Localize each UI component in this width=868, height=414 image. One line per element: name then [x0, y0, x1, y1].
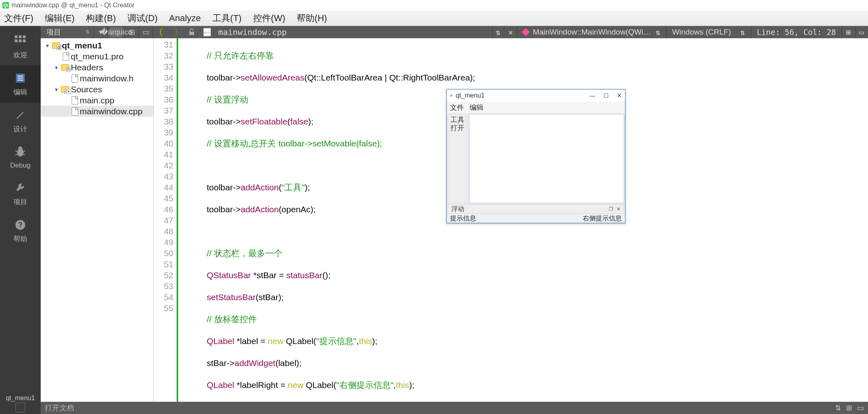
file-type-icon: c++	[199, 26, 215, 38]
t: "工具"	[282, 183, 305, 192]
code-line: // 状态栏，最多一个	[207, 248, 282, 258]
svg-text:c++: c++	[204, 31, 210, 35]
app-toolbar-tool[interactable]: 工具	[450, 116, 464, 124]
app-titlebar[interactable]: ▫ qt_menu1 — ☐ ✕	[447, 89, 625, 102]
t: setStatusBar	[207, 292, 256, 302]
line-ending-combo[interactable]: Windows (CRLF) ⇅	[666, 26, 751, 38]
mode-edit[interactable]: 编辑	[0, 65, 41, 102]
t: (stBar);	[256, 292, 284, 302]
t: stBar->	[207, 358, 234, 368]
svg-rect-4	[19, 39, 22, 42]
monitor-icon	[15, 403, 25, 412]
t: addWidget	[234, 358, 275, 368]
add-pane-icon[interactable]: ⊞	[846, 403, 852, 412]
pane-menu-icon[interactable]: ▭	[857, 403, 864, 412]
running-app-window[interactable]: ▫ qt_menu1 — ☐ ✕ 文件 编辑 工具 打开 浮动 ❐ ✕ 提示信息…	[446, 89, 625, 223]
app-central-widget[interactable]	[469, 114, 624, 203]
t: new	[288, 380, 304, 390]
os-titlebar: Qt mainwindow.cpp @ qt_menu1 - Qt Creato…	[0, 0, 868, 11]
nav-back-button[interactable]: ⟨	[153, 26, 168, 38]
project-tree[interactable]: ▾ qt qt_menu1 qt_menu1.pro ▾ h Headers m…	[41, 38, 154, 402]
app-toolbar[interactable]: 工具 打开	[448, 114, 467, 203]
code-line: // 放标签控件	[207, 314, 257, 324]
kit-selector-label: qt_menu1	[6, 394, 35, 402]
tree-main-cpp[interactable]: main.cpp	[41, 95, 153, 106]
t: toolbar->	[207, 183, 241, 192]
breakpoint-icon	[522, 28, 530, 36]
locator-input[interactable]: 打开文档	[45, 403, 831, 413]
dock-close-icon[interactable]: ✕	[617, 206, 621, 212]
open-file-name[interactable]: mainwindow.cpp	[215, 27, 290, 37]
tree-label: mainwindow.cpp	[80, 107, 142, 116]
mode-debug[interactable]: Debug	[0, 139, 41, 175]
mode-design[interactable]: 设计	[0, 102, 41, 139]
menu-edit[interactable]: 编辑(E)	[45, 12, 74, 24]
split-editor-button[interactable]: ⊞	[842, 26, 855, 38]
link-icon[interactable]: �árquico	[110, 27, 122, 37]
tree-mainwindow-h[interactable]: mainwindow.h	[41, 73, 153, 84]
tree-headers-folder[interactable]: ▾ h Headers	[41, 62, 153, 73]
minimize-icon[interactable]: —	[590, 92, 595, 99]
code-line: // 设置浮动	[207, 95, 248, 104]
maximize-icon[interactable]: ☐	[603, 92, 609, 99]
t: this	[396, 380, 409, 390]
lock-icon[interactable]	[184, 26, 199, 38]
symbol-combo-label: MainWindow::MainWindow(QWi…	[533, 28, 651, 37]
menu-file[interactable]: 文件(F)	[4, 12, 33, 24]
t: QLabel	[207, 336, 234, 346]
tree-label: main.cpp	[80, 96, 114, 105]
app-dock-title: 浮动	[451, 205, 464, 214]
panel-header: 项目 ⇅ ▾ �árquico ⊞ ▭ ⟨ ⟩ c++ mainwindow.c…	[41, 26, 868, 38]
t: *label =	[234, 336, 268, 346]
t: statusBar	[286, 270, 323, 280]
folder-icon: h	[61, 64, 69, 71]
t: QStatusBar	[207, 270, 251, 280]
svg-rect-18	[189, 32, 194, 35]
kit-selector[interactable]: qt_menu1	[0, 390, 41, 414]
mode-help-label: 帮助	[13, 234, 27, 244]
menu-tools[interactable]: 工具(T)	[212, 12, 242, 24]
close-icon[interactable]: ✕	[617, 92, 622, 99]
menu-build[interactable]: 构建(B)	[86, 12, 116, 24]
file-combo-caret[interactable]: ⇅	[492, 26, 504, 38]
tree-project-root[interactable]: ▾ qt qt_menu1	[41, 40, 153, 51]
tree-pro-file[interactable]: qt_menu1.pro	[41, 51, 153, 62]
t: );	[305, 183, 310, 192]
t: );	[372, 336, 378, 346]
editor-menu-button[interactable]: ▭	[855, 26, 868, 38]
mode-projects[interactable]: 项目	[0, 175, 41, 212]
mode-help[interactable]: ? 帮助	[0, 212, 41, 249]
chevron-updown-icon[interactable]: ⇅	[835, 403, 841, 412]
app-menu-file[interactable]: 文件	[450, 103, 464, 112]
app-dock-widget[interactable]: 浮动 ❐ ✕	[448, 204, 624, 214]
dock-float-icon[interactable]: ❐	[609, 206, 613, 212]
menu-widgets[interactable]: 控件(W)	[253, 12, 285, 24]
chevron-down-icon: ▾	[53, 86, 59, 93]
t: *labelRight =	[234, 380, 288, 390]
symbol-combo[interactable]: MainWindow::MainWindow(QWi… ⇅	[517, 26, 666, 38]
file-icon	[72, 74, 78, 83]
t: *stBar =	[251, 270, 286, 280]
mode-welcome[interactable]: 欢迎	[0, 28, 41, 65]
document-icon	[13, 71, 27, 85]
menu-debug[interactable]: 调试(D)	[127, 12, 158, 24]
t: toolbar->	[207, 73, 241, 82]
t: toolbar->	[207, 205, 241, 214]
menu-analyze[interactable]: Analyze	[169, 13, 201, 24]
add-split-icon[interactable]: ⊞	[125, 26, 139, 38]
app-toolbar-open[interactable]: 打开	[450, 124, 464, 132]
chevron-down-icon: ▾	[53, 64, 59, 71]
app-status-left: 提示信息	[450, 214, 476, 223]
collapse-icon[interactable]: ▭	[139, 26, 153, 38]
tree-mainwindow-cpp[interactable]: mainwindow.cpp	[41, 106, 153, 117]
nav-forward-button[interactable]: ⟩	[168, 26, 184, 38]
tree-sources-folder[interactable]: ▾ c+ Sources	[41, 84, 153, 95]
wrench-icon	[13, 181, 27, 195]
t: QLabel	[207, 380, 234, 390]
menu-help[interactable]: 帮助(H)	[297, 12, 327, 24]
t: QLabel(	[304, 380, 337, 390]
close-editor-button[interactable]: ✕	[504, 26, 517, 38]
file-icon	[72, 107, 78, 115]
project-pane-combo[interactable]: 项目 ⇅	[41, 26, 94, 38]
app-menu-edit[interactable]: 编辑	[470, 103, 483, 112]
